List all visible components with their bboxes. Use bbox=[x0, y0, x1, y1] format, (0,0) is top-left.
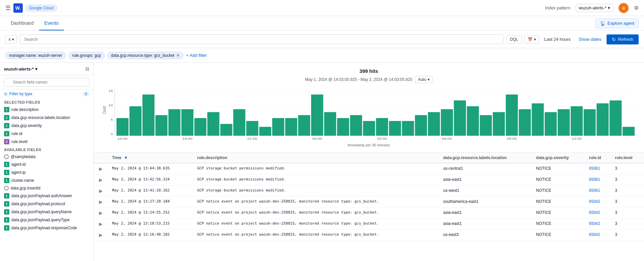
bar-chart: 15 10 5 0 15:0018:0021:0000:0003:0006:00… bbox=[100, 87, 637, 147]
field-querytype[interactable]: t data.gcp.jsonPayload.queryType bbox=[0, 216, 93, 224]
svg-rect-49 bbox=[545, 112, 557, 136]
rule-id-link[interactable]: 65042 bbox=[589, 232, 600, 237]
chevron-down-icon[interactable]: ▾ bbox=[35, 67, 37, 72]
field-type-t-icon: t bbox=[4, 201, 9, 207]
calendar-button[interactable]: 📅 ▾ bbox=[525, 35, 539, 44]
rule-id-link[interactable]: 65042 bbox=[589, 199, 600, 204]
field-agent-id[interactable]: t agent.id bbox=[0, 160, 93, 168]
field-rule-id[interactable]: t rule.id bbox=[0, 130, 93, 138]
cell-description: GCP notice event on project wazuh-dev-25… bbox=[193, 197, 439, 208]
cell-location: us-west1 bbox=[439, 185, 532, 197]
expand-row-button[interactable]: ▶ bbox=[98, 199, 104, 205]
google-cloud-badge: Google Cloud bbox=[25, 5, 57, 11]
auto-select-dropdown[interactable]: Auto ▾ bbox=[415, 76, 433, 83]
cell-severity: NOTICE bbox=[532, 163, 585, 174]
search-input[interactable] bbox=[20, 34, 503, 44]
show-dates-button[interactable]: Show dates bbox=[576, 37, 604, 42]
filter-manager-name[interactable]: manager.name: wuzuh-server bbox=[5, 52, 66, 59]
field-rule-description[interactable]: t rule.description bbox=[0, 106, 93, 114]
svg-text:00:00: 00:00 bbox=[312, 137, 322, 140]
logo-area: ☰ W. Google Cloud bbox=[5, 3, 57, 13]
filter-type-row: ⊙ Filter by type 0 bbox=[0, 90, 93, 98]
cell-rule-id: 65042 bbox=[585, 208, 611, 219]
field-location[interactable]: t data.gcp.resource.labels.location bbox=[0, 114, 93, 122]
svg-rect-20 bbox=[233, 109, 245, 136]
expand-row-button[interactable]: ▶ bbox=[98, 221, 104, 227]
field-responsecode[interactable]: t data.gcp.jsonPayload.responseCode bbox=[0, 224, 93, 232]
svg-rect-21 bbox=[246, 121, 258, 136]
th-rule-description[interactable]: rule.description bbox=[193, 153, 439, 163]
th-severity[interactable]: data.gcp.severity bbox=[532, 153, 585, 163]
dql-button[interactable]: DQL bbox=[506, 35, 522, 44]
field-sampledata[interactable]: @sampledata bbox=[0, 153, 93, 160]
search-field-names-input[interactable] bbox=[4, 78, 89, 87]
sort-arrow-icon: ▼ bbox=[124, 155, 128, 160]
table-row: ▶ May 2, 2024 @ 13:16:40.102 GCP notice … bbox=[94, 230, 644, 241]
rule-id-link[interactable]: 65042 bbox=[589, 221, 600, 226]
rule-id-link[interactable]: 65061 bbox=[589, 188, 600, 193]
svg-rect-38 bbox=[428, 112, 440, 136]
field-authanswer[interactable]: t data.gcp.jsonPayload.authAnswer bbox=[0, 192, 93, 200]
field-severity[interactable]: t data.gcp.severity bbox=[0, 122, 93, 130]
expand-row-button[interactable]: ▶ bbox=[98, 177, 104, 182]
svg-rect-48 bbox=[532, 103, 544, 136]
refresh-button[interactable]: ↻ Refresh bbox=[607, 34, 639, 44]
cell-rule-level: 3 bbox=[611, 185, 644, 197]
settings-icon[interactable]: ⚙ bbox=[634, 5, 639, 11]
cell-description: GCP notice event on project wazuh-dev-25… bbox=[193, 230, 439, 241]
field-type-circle-icon bbox=[4, 154, 9, 159]
index-pattern-select[interactable]: wuzuh-alerts-* ▾ bbox=[576, 4, 613, 12]
cell-rule-level: 3 bbox=[611, 197, 644, 208]
th-rule-id[interactable]: rule.id bbox=[585, 153, 611, 163]
field-queryname[interactable]: t data.gcp.jsonPayload.queryName bbox=[0, 208, 93, 216]
sidebar: wuzuh-alerts-* ▾ ⊟ 🔍 ⊙ Filter by type 0 … bbox=[0, 63, 94, 261]
filter-list-icon[interactable]: ⊟ bbox=[85, 66, 89, 72]
add-filter-button[interactable]: + Add filter bbox=[186, 53, 207, 58]
field-type-t-icon: t bbox=[4, 217, 9, 223]
cell-time: May 2, 2024 @ 13:27:20.184 bbox=[108, 197, 193, 208]
svg-rect-14 bbox=[168, 109, 180, 136]
filter-resource-type[interactable]: data.gcp.resource.type: gcs_bucket ✕ bbox=[107, 52, 183, 59]
avatar[interactable]: a bbox=[619, 3, 629, 13]
th-rule-level[interactable]: rule.level bbox=[611, 153, 644, 163]
tab-dashboard[interactable]: Dashboard bbox=[5, 16, 39, 30]
cell-location: asia-east1 bbox=[439, 208, 532, 219]
rule-id-link[interactable]: 65042 bbox=[589, 210, 600, 215]
search-type-button[interactable]: ≡ ▾ bbox=[5, 35, 17, 44]
table-row: ▶ May 2, 2024 @ 13:41:10.162 GCP storage… bbox=[94, 185, 644, 197]
cell-description: GCP storage bucket permissions modified. bbox=[193, 174, 439, 185]
search-fields-wrapper: 🔍 bbox=[4, 78, 89, 87]
field-protocol[interactable]: t data.gcp.jsonPayload.protocol bbox=[0, 200, 93, 208]
field-cluster-name[interactable]: t cluster.name bbox=[0, 176, 93, 184]
expand-row-button[interactable]: ▶ bbox=[98, 232, 104, 238]
cell-severity: NOTICE bbox=[532, 185, 585, 197]
cell-severity: NOTICE bbox=[532, 197, 585, 208]
svg-rect-32 bbox=[363, 121, 375, 136]
expand-row-button[interactable]: ▶ bbox=[98, 188, 104, 193]
expand-cell: ▶ bbox=[94, 208, 108, 219]
cell-rule-level: 3 bbox=[611, 208, 644, 219]
th-location[interactable]: data.gcp.resource.labels.location bbox=[439, 153, 532, 163]
cell-time: May 2, 2024 @ 13:42:56.324 bbox=[108, 174, 193, 185]
expand-row-button[interactable]: ▶ bbox=[98, 166, 104, 171]
tab-events[interactable]: Events bbox=[39, 16, 64, 30]
expand-row-button[interactable]: ▶ bbox=[98, 210, 104, 216]
cell-rule-level: 3 bbox=[611, 174, 644, 185]
explore-agent-button[interactable]: 📡 Explore agent bbox=[595, 18, 639, 28]
th-time[interactable]: Time ▼ bbox=[108, 153, 193, 163]
expand-cell: ▶ bbox=[94, 185, 108, 197]
cell-severity: NOTICE bbox=[532, 230, 585, 241]
rule-id-link[interactable]: 65061 bbox=[589, 166, 600, 171]
selected-fields-label: Selected fields bbox=[0, 98, 93, 106]
filter-by-type-button[interactable]: ⊙ Filter by type bbox=[4, 92, 32, 96]
cell-rule-level: 3 bbox=[611, 219, 644, 230]
hamburger-icon[interactable]: ☰ bbox=[5, 4, 11, 12]
field-rule-level[interactable]: # rule.level bbox=[0, 138, 93, 146]
rule-id-link[interactable]: 65061 bbox=[589, 177, 600, 182]
field-insertid[interactable]: data.gcp.insertId bbox=[0, 184, 93, 192]
expand-cell: ▶ bbox=[94, 197, 108, 208]
filter-rule-groups[interactable]: rule.groups: gcp bbox=[69, 52, 105, 59]
field-agent-ip[interactable]: t agent.ip bbox=[0, 168, 93, 176]
search-bar: ≡ ▾ DQL 📅 ▾ Last 24 hours Show dates ↻ R… bbox=[0, 31, 644, 48]
remove-filter-icon[interactable]: ✕ bbox=[176, 53, 180, 58]
